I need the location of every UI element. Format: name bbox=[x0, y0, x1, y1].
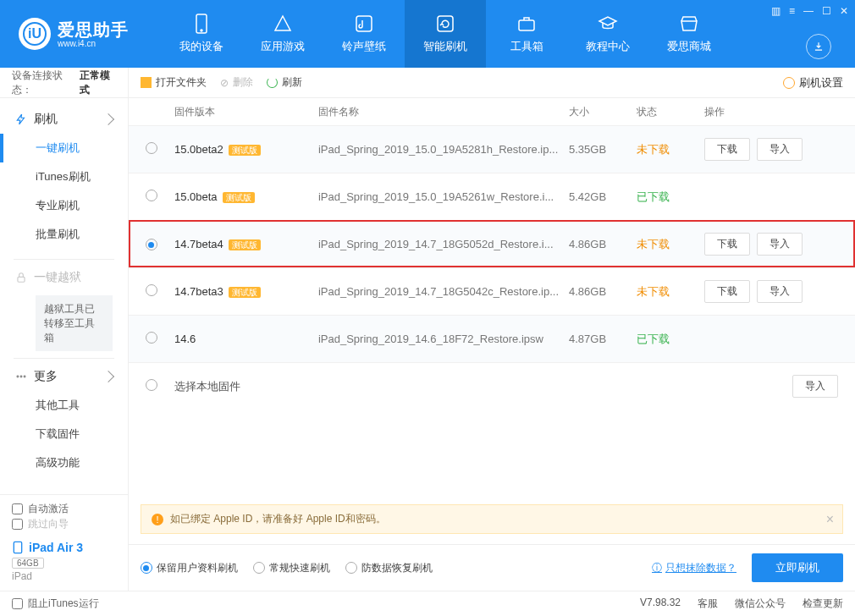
table-row[interactable]: 14.7beta3测试版 iPad_Spring_2019_14.7_18G50… bbox=[129, 267, 855, 315]
sidebar-item-othertools[interactable]: 其他工具 bbox=[0, 391, 128, 420]
fw-version: 14.7beta4 bbox=[174, 238, 223, 250]
mode-anti-recovery[interactable]: 防数据恢复刷机 bbox=[345, 561, 433, 575]
svg-point-6 bbox=[17, 377, 19, 378]
radio-icon[interactable] bbox=[146, 379, 157, 391]
menu-icon[interactable]: ≡ bbox=[789, 5, 795, 17]
device-model: iPad bbox=[12, 570, 116, 582]
nav-label: 工具箱 bbox=[510, 39, 543, 54]
tshirt-icon[interactable]: ▥ bbox=[771, 5, 781, 17]
section-more[interactable]: 更多 bbox=[0, 362, 128, 391]
graduation-icon bbox=[598, 14, 618, 34]
nav-my-device[interactable]: 我的设备 bbox=[161, 0, 242, 68]
mode-keep-data[interactable]: 保留用户资料刷机 bbox=[141, 561, 238, 575]
window-controls: ▥ ≡ — ☐ ✕ bbox=[771, 5, 848, 17]
import-button[interactable]: 导入 bbox=[757, 280, 803, 303]
radio-icon[interactable] bbox=[146, 142, 157, 154]
table-row[interactable]: 14.7beta4测试版 iPad_Spring_2019_14.7_18G50… bbox=[129, 220, 855, 267]
maximize-icon[interactable]: ☐ bbox=[822, 5, 831, 17]
table-row[interactable]: 15.0beta测试版 iPad_Spring_2019_15.0_19A526… bbox=[129, 173, 855, 220]
radio-icon bbox=[253, 562, 265, 574]
download-button[interactable]: 下载 bbox=[704, 138, 750, 161]
table-row[interactable]: 15.0beta2测试版 iPad_Spring_2019_15.0_19A52… bbox=[129, 125, 855, 173]
apps-icon bbox=[273, 14, 293, 34]
radio-icon[interactable] bbox=[146, 332, 157, 344]
fw-status: 已下载 bbox=[632, 190, 699, 205]
sidebar-item-download-fw[interactable]: 下载固件 bbox=[0, 420, 128, 448]
nav-label: 我的设备 bbox=[179, 39, 223, 54]
check-update-link[interactable]: 检查更新 bbox=[803, 597, 843, 611]
brand-url: www.i4.cn bbox=[58, 39, 129, 48]
brand: iU 爱思助手 www.i4.cn bbox=[0, 18, 161, 50]
section-label: 一键越狱 bbox=[34, 270, 81, 285]
nav-apps[interactable]: 应用游戏 bbox=[242, 0, 323, 68]
fw-version: 15.0beta bbox=[174, 190, 218, 203]
auto-activate-checkbox[interactable]: 自动激活 bbox=[12, 502, 69, 516]
mode-fast[interactable]: 常规快速刷机 bbox=[253, 561, 330, 575]
sidebar-bottom: 自动激活 跳过向导 iPad Air 3 64GB iPad bbox=[0, 494, 128, 591]
delete-button[interactable]: ⊘删除 bbox=[220, 75, 253, 90]
radio-icon bbox=[141, 562, 152, 574]
open-folder-button[interactable]: 打开文件夹 bbox=[141, 75, 207, 90]
folder-icon bbox=[141, 77, 152, 88]
download-button[interactable]: 下载 bbox=[704, 233, 750, 256]
download-button[interactable]: 下载 bbox=[704, 280, 750, 303]
local-firmware-row[interactable]: 选择本地固件 导入 bbox=[129, 362, 855, 410]
chevron-right-icon bbox=[102, 371, 114, 382]
refresh-button[interactable]: 刷新 bbox=[267, 75, 302, 90]
import-button[interactable]: 导入 bbox=[757, 138, 803, 161]
import-button[interactable]: 导入 bbox=[757, 233, 803, 256]
table-row[interactable]: 14.6 iPad_Spring_2019_14.6_18F72_Restore… bbox=[129, 315, 855, 362]
fw-status: 未下载 bbox=[632, 142, 699, 157]
section-jailbreak: 一键越狱 bbox=[0, 263, 128, 292]
apple-id-alert: ! 如已绑定 Apple ID，请准备好 Apple ID和密码。 × bbox=[141, 504, 843, 534]
nav-label: 智能刷机 bbox=[423, 39, 467, 54]
wechat-link[interactable]: 微信公众号 bbox=[735, 597, 786, 611]
device-icon bbox=[12, 541, 24, 554]
download-manager-icon[interactable] bbox=[806, 34, 831, 59]
col-status: 状态 bbox=[632, 105, 699, 119]
radio-icon[interactable] bbox=[146, 284, 157, 296]
logo-icon: iU bbox=[19, 18, 51, 50]
table-header: 固件版本 固件名称 大小 状态 操作 bbox=[129, 98, 855, 125]
status-value: 正常模式 bbox=[80, 69, 116, 97]
close-icon[interactable]: ✕ bbox=[840, 5, 848, 17]
nav-ringtones[interactable]: 铃声壁纸 bbox=[323, 0, 405, 68]
block-itunes-checkbox[interactable]: 阻止iTunes运行 bbox=[12, 597, 99, 611]
nav-store[interactable]: 爱思商城 bbox=[648, 0, 730, 68]
import-button[interactable]: 导入 bbox=[792, 375, 838, 398]
nav-toolbox[interactable]: 工具箱 bbox=[486, 0, 567, 68]
fw-size: 5.42GB bbox=[564, 190, 632, 203]
skip-guide-checkbox[interactable]: 跳过向导 bbox=[12, 517, 69, 531]
lock-icon bbox=[15, 272, 27, 283]
nav-tutorials[interactable]: 教程中心 bbox=[567, 0, 648, 68]
flash-now-button[interactable]: 立即刷机 bbox=[752, 553, 843, 582]
sidebar-item-batch[interactable]: 批量刷机 bbox=[0, 220, 128, 249]
device-name[interactable]: iPad Air 3 bbox=[12, 541, 116, 554]
sidebar-item-advanced[interactable]: 高级功能 bbox=[0, 448, 128, 477]
checkbox-label: 跳过向导 bbox=[28, 517, 69, 531]
section-flash[interactable]: 刷机 bbox=[0, 105, 128, 134]
title-bar: iU 爱思助手 www.i4.cn 我的设备 应用游戏 铃声壁纸 智能刷机 工具… bbox=[0, 0, 855, 68]
minimize-icon[interactable]: — bbox=[803, 5, 814, 17]
sidebar-item-itunes[interactable]: iTunes刷机 bbox=[0, 162, 128, 191]
nav-flash[interactable]: 智能刷机 bbox=[405, 0, 486, 68]
refresh-icon bbox=[267, 77, 278, 88]
alert-close-icon[interactable]: × bbox=[826, 512, 834, 527]
section-label: 更多 bbox=[34, 369, 58, 384]
jailbreak-note: 越狱工具已转移至工具箱 bbox=[36, 295, 113, 351]
radio-icon bbox=[345, 562, 357, 574]
version-label: V7.98.32 bbox=[640, 597, 681, 611]
nav-label: 教程中心 bbox=[586, 39, 630, 54]
erase-data-link[interactable]: ⓘ只想抹除数据？ bbox=[652, 561, 736, 575]
flash-settings-button[interactable]: 刷机设置 bbox=[783, 75, 843, 91]
top-nav: 我的设备 应用游戏 铃声壁纸 智能刷机 工具箱 教程中心 爱思商城 bbox=[161, 0, 730, 68]
sidebar-item-oneclick[interactable]: 一键刷机 bbox=[0, 134, 128, 162]
fw-size: 5.35GB bbox=[564, 143, 632, 156]
radio-icon[interactable] bbox=[146, 239, 157, 250]
toolbar: 打开文件夹 ⊘删除 刷新 刷机设置 bbox=[129, 68, 855, 98]
firmware-list: 15.0beta2测试版 iPad_Spring_2019_15.0_19A52… bbox=[129, 125, 855, 362]
customer-service-link[interactable]: 客服 bbox=[698, 597, 718, 611]
col-name: 固件名称 bbox=[313, 105, 564, 119]
radio-icon[interactable] bbox=[146, 190, 157, 201]
sidebar-item-pro[interactable]: 专业刷机 bbox=[0, 191, 128, 220]
